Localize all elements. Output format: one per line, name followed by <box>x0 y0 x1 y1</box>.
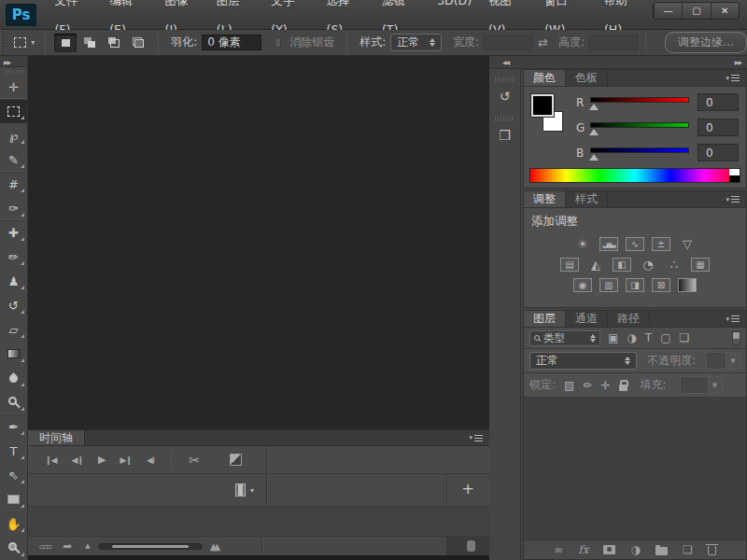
refine-edge-button[interactable]: 调整边缘… <box>665 32 747 53</box>
swap-dimensions-icon[interactable]: ⇄ <box>538 35 548 49</box>
photo-filter[interactable]: ◔ <box>639 258 657 272</box>
previous-frame[interactable]: ◀❙ <box>71 455 82 465</box>
feather-input[interactable] <box>202 35 261 50</box>
timeline-track-empty[interactable] <box>28 507 489 537</box>
panel-menu-icon[interactable] <box>719 191 746 207</box>
panel-menu-icon[interactable] <box>462 430 489 445</box>
channel-value-field[interactable]: 0 <box>698 119 739 136</box>
width-input[interactable] <box>484 35 532 50</box>
channel-value-field[interactable]: 0 <box>698 144 739 161</box>
channel-mixer[interactable]: ∴ <box>665 258 684 272</box>
subtract-from-selection[interactable] <box>103 34 125 52</box>
brush-tool[interactable]: ✏ <box>0 245 27 269</box>
rectangle-tool[interactable] <box>0 487 27 511</box>
lock-transparent-pixels[interactable]: ▨ <box>564 379 574 392</box>
channel-slider[interactable] <box>590 120 689 135</box>
collapse-dock-icon[interactable]: ◀◀ <box>502 59 509 65</box>
layer-style[interactable]: fx <box>578 543 588 556</box>
options-bar-grip[interactable] <box>0 30 4 55</box>
zoom-tool[interactable] <box>0 536 27 560</box>
tool-preset-picker[interactable]: ▾ <box>11 35 37 49</box>
link-layers[interactable]: ∞ <box>554 543 563 556</box>
new-selection[interactable] <box>54 34 77 52</box>
panel-tab[interactable]: 样式 <box>566 191 608 207</box>
new-adjustment-layer[interactable]: ◑ <box>630 543 640 556</box>
antialias-checkbox[interactable] <box>275 37 281 48</box>
layers-list[interactable] <box>524 398 746 539</box>
properties-panel[interactable]: ❒ <box>489 123 520 147</box>
minimize-button[interactable]: — <box>654 3 682 19</box>
panel-menu-icon[interactable] <box>719 70 746 86</box>
lock-position[interactable]: ✛ <box>600 379 610 392</box>
hue-saturation[interactable]: ▤ <box>560 258 579 272</box>
pen-tool[interactable]: ✒ <box>0 414 27 439</box>
style-select[interactable]: 正常 <box>390 34 442 51</box>
color-spectrum-ramp[interactable] <box>529 168 740 183</box>
filter-type-layers[interactable]: T <box>645 331 652 344</box>
panel-tab[interactable]: 图层 <box>524 311 566 327</box>
maximize-button[interactable]: ▢ <box>682 3 710 19</box>
black-white[interactable]: ◧ <box>613 258 631 272</box>
dodge-tool[interactable] <box>0 390 27 414</box>
threshold[interactable]: ◨ <box>626 278 644 292</box>
posterize[interactable]: ▥ <box>599 278 618 292</box>
white-swatch[interactable] <box>729 169 740 175</box>
color-balance[interactable]: ◭ <box>586 258 605 272</box>
slider-thumb-icon[interactable] <box>589 129 599 135</box>
toolbar-grip[interactable] <box>5 70 22 74</box>
clone-stamp-tool[interactable]: ♟ <box>0 269 27 293</box>
panel-tab[interactable]: 颜色 <box>524 70 566 86</box>
blur-tool[interactable] <box>0 366 27 390</box>
exposure[interactable]: ± <box>652 237 670 251</box>
panel-tab[interactable]: 路径 <box>608 311 650 327</box>
eyedropper-tool[interactable]: ✑ <box>0 196 27 220</box>
opacity-combo[interactable]: ▼ <box>706 352 740 370</box>
panel-tab[interactable]: 调整 <box>524 191 566 207</box>
black-swatch[interactable] <box>729 175 740 182</box>
new-layer[interactable]: ❏ <box>683 543 693 556</box>
split-at-playhead[interactable]: ✂ <box>189 453 200 468</box>
height-input[interactable] <box>589 35 638 50</box>
timeline-tab[interactable]: 时间轴 <box>28 430 85 445</box>
curves[interactable]: ∿ <box>626 237 644 251</box>
channel-slider[interactable] <box>590 146 689 161</box>
add-layer-mask[interactable] <box>603 545 615 554</box>
slider-thumb-icon[interactable] <box>589 104 599 110</box>
history-brush-tool[interactable]: ↺ <box>0 293 27 317</box>
spot-healing-brush-tool[interactable]: ✚ <box>0 220 27 245</box>
transition[interactable] <box>230 454 242 466</box>
path-selection-tool[interactable]: ⇖ <box>0 463 27 487</box>
lock-image-pixels[interactable]: ✏ <box>583 379 592 392</box>
blend-mode-select[interactable]: 正常 <box>529 352 637 370</box>
timeline-zoom-slider[interactable] <box>98 543 203 550</box>
vibrance[interactable]: ▽ <box>678 237 697 251</box>
filter-toggle-switch[interactable] <box>732 331 740 345</box>
close-button[interactable]: ✕ <box>711 3 739 19</box>
layer-filter-select[interactable]: 类型 <box>529 330 600 346</box>
fill-combo[interactable]: ▼ <box>680 376 723 394</box>
panel-tab[interactable]: 色板 <box>566 70 608 86</box>
levels[interactable]: ▂▅▃ <box>599 237 618 251</box>
panel-tab[interactable]: 通道 <box>566 311 608 327</box>
crop-tool[interactable]: # <box>0 172 27 196</box>
gradient-tool[interactable] <box>0 342 27 366</box>
eraser-tool[interactable]: ▱ <box>0 317 27 342</box>
channel-slider[interactable] <box>590 95 689 110</box>
track-media-select[interactable]: ▾ <box>235 483 254 497</box>
foreground-color-swatch[interactable] <box>531 94 554 117</box>
channel-value-field[interactable]: 0 <box>698 93 739 111</box>
next-frame[interactable]: ▶❙ <box>120 455 131 465</box>
go-to-first-frame[interactable]: ❙◀ <box>45 455 56 465</box>
history-panel[interactable]: ↺ <box>489 84 520 108</box>
filter-pixel-layers[interactable]: ▣ <box>608 331 618 344</box>
slider-thumb-icon[interactable] <box>589 154 599 161</box>
play[interactable]: ▶ <box>98 454 105 466</box>
lock-all[interactable] <box>619 385 627 391</box>
render-video[interactable]: ➦ <box>63 539 72 553</box>
delete-layer[interactable] <box>708 546 716 555</box>
expand-dock-icon[interactable]: ▶▶ <box>735 59 741 65</box>
toolbar-collapse-button[interactable]: ▶▶ <box>0 56 27 67</box>
convert-to-frame-animation[interactable]: ▫▫▫ <box>39 542 51 551</box>
invert[interactable]: ◉ <box>573 278 592 292</box>
timeline-zoom-in-icon[interactable]: ▲▲ <box>210 541 217 552</box>
